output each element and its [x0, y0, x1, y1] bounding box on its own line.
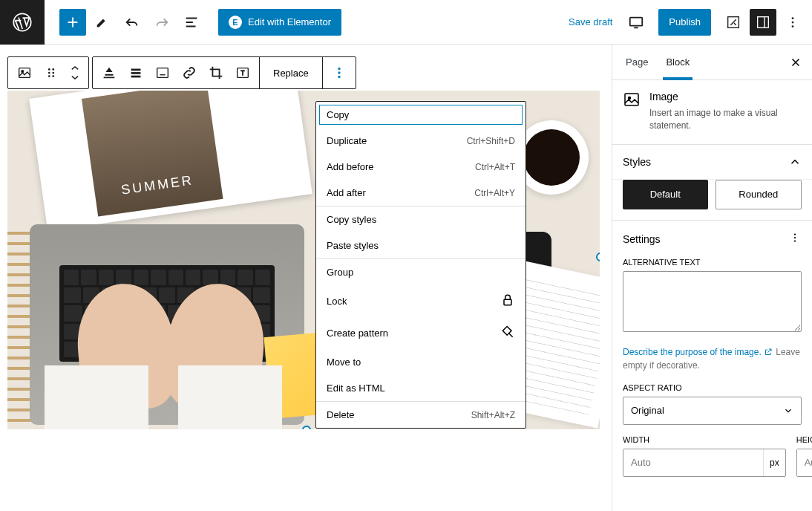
- undo-button[interactable]: [119, 9, 145, 36]
- svg-rect-3: [758, 16, 769, 27]
- editor-topbar: E Edit with Elementor Save draft Publish: [0, 0, 812, 45]
- svg-point-20: [338, 68, 340, 70]
- menu-delete[interactable]: DeleteShift+Alt+Z: [316, 402, 525, 428]
- caption-button[interactable]: [149, 59, 176, 86]
- menu-copy-styles[interactable]: Copy styles: [316, 206, 525, 232]
- settings-panel: Settings ALTERNATIVE TEXT Describe the p…: [612, 221, 812, 487]
- height-label: HEIGHT: [796, 435, 812, 444]
- redo-button[interactable]: [148, 9, 175, 36]
- settings-heading: Settings: [623, 233, 661, 245]
- close-icon: [789, 56, 802, 69]
- close-sidebar-button[interactable]: [784, 51, 808, 74]
- aspect-ratio-label: ASPECT RATIO: [623, 383, 802, 392]
- menu-add-before[interactable]: Add beforeCtrl+Alt+T: [316, 154, 525, 180]
- editor-settings-button[interactable]: [720, 9, 747, 36]
- svg-point-26: [794, 233, 796, 235]
- lock-icon: [500, 293, 515, 310]
- text-overlay-button[interactable]: [229, 59, 256, 86]
- style-rounded-button[interactable]: Rounded: [716, 180, 802, 209]
- alt-text-label: ALTERNATIVE TEXT: [623, 258, 802, 267]
- menu-group[interactable]: Group: [316, 259, 525, 285]
- more-vertical-icon: [788, 231, 802, 244]
- publish-button[interactable]: Publish: [658, 9, 711, 36]
- styles-heading[interactable]: Styles: [612, 145, 812, 180]
- external-link-icon: [764, 348, 773, 357]
- svg-point-14: [52, 75, 54, 77]
- svg-point-6: [792, 25, 794, 27]
- crop-button[interactable]: [203, 59, 229, 86]
- document-overview-button[interactable]: [178, 9, 205, 36]
- pattern-icon: [500, 325, 515, 342]
- svg-rect-17: [131, 76, 141, 78]
- width-label: WIDTH: [623, 435, 786, 444]
- edit-with-elementor-button[interactable]: E Edit with Elementor: [218, 9, 341, 36]
- chevron-up-icon: [788, 155, 802, 169]
- save-draft-button[interactable]: Save draft: [569, 16, 612, 27]
- alt-help-link[interactable]: Describe the purpose of the image.: [623, 347, 773, 357]
- drag-handle[interactable]: [38, 59, 65, 86]
- preview-button[interactable]: [623, 9, 649, 36]
- move-down-icon[interactable]: [70, 74, 80, 81]
- sidebar-tabs: Page Block: [612, 45, 812, 80]
- move-up-icon[interactable]: [70, 65, 80, 72]
- width-input[interactable]: [623, 449, 763, 476]
- menu-add-after[interactable]: Add afterCtrl+Alt+Y: [316, 180, 525, 206]
- chevron-down-icon: [783, 406, 793, 416]
- more-options-button[interactable]: [779, 9, 806, 36]
- svg-rect-15: [131, 69, 141, 71]
- svg-rect-23: [504, 299, 511, 305]
- svg-point-12: [52, 72, 54, 74]
- block-info-section: Image Insert an image to make a visual s…: [612, 80, 812, 145]
- align-button[interactable]: [96, 59, 122, 86]
- edit-mode-button[interactable]: [89, 9, 116, 36]
- elementor-icon: E: [229, 16, 242, 29]
- height-input[interactable]: [797, 449, 812, 476]
- svg-point-13: [48, 75, 50, 77]
- tab-block[interactable]: Block: [657, 45, 698, 79]
- svg-point-21: [338, 71, 340, 74]
- svg-point-5: [792, 21, 794, 23]
- svg-point-28: [794, 240, 796, 241]
- settings-sidebar: Page Block Image Insert an image to make…: [612, 45, 812, 511]
- block-more-options-button[interactable]: [326, 59, 353, 86]
- resize-handle-right[interactable]: [596, 253, 600, 261]
- settings-more-button[interactable]: [788, 231, 802, 247]
- svg-rect-1: [630, 17, 643, 25]
- width-unit[interactable]: px: [763, 449, 785, 476]
- tab-page[interactable]: Page: [617, 45, 657, 79]
- alt-text-input[interactable]: [623, 271, 802, 332]
- block-info-description: Insert an image to make a visual stateme…: [649, 107, 802, 132]
- block-info-title: Image: [649, 91, 802, 102]
- add-block-button[interactable]: [59, 9, 86, 36]
- link-button[interactable]: [176, 59, 203, 86]
- svg-rect-16: [131, 72, 141, 74]
- menu-paste-styles[interactable]: Paste styles: [316, 232, 525, 258]
- svg-rect-18: [157, 68, 168, 78]
- move-up-down[interactable]: [65, 59, 85, 86]
- menu-copy[interactable]: Copy: [316, 102, 525, 128]
- replace-button[interactable]: Replace: [263, 56, 319, 89]
- svg-point-22: [338, 76, 340, 78]
- svg-point-11: [48, 72, 50, 74]
- block-toolbar: Replace: [7, 56, 356, 89]
- svg-point-4: [792, 17, 794, 19]
- svg-point-9: [48, 68, 50, 71]
- svg-rect-24: [625, 94, 638, 105]
- elementor-label: Edit with Elementor: [248, 16, 331, 27]
- menu-create-pattern[interactable]: Create pattern: [316, 317, 525, 349]
- svg-point-10: [52, 68, 54, 71]
- aspect-ratio-select[interactable]: Original: [623, 397, 802, 425]
- menu-duplicate[interactable]: DuplicateCtrl+Shift+D: [316, 128, 525, 154]
- block-context-menu: Copy DuplicateCtrl+Shift+D Add beforeCtr…: [315, 101, 526, 429]
- menu-lock[interactable]: Lock: [316, 285, 525, 317]
- svg-point-27: [794, 236, 796, 238]
- image-block-icon: [623, 91, 641, 108]
- style-default-button[interactable]: Default: [623, 180, 708, 209]
- block-type-icon[interactable]: [11, 59, 38, 86]
- resize-handle-bottom[interactable]: [302, 426, 311, 429]
- menu-move-to[interactable]: Move to: [316, 349, 525, 375]
- sidebar-toggle-button[interactable]: [750, 9, 776, 36]
- width-button[interactable]: [122, 59, 149, 86]
- wordpress-logo[interactable]: [0, 0, 45, 45]
- menu-edit-as-html[interactable]: Edit as HTML: [316, 375, 525, 401]
